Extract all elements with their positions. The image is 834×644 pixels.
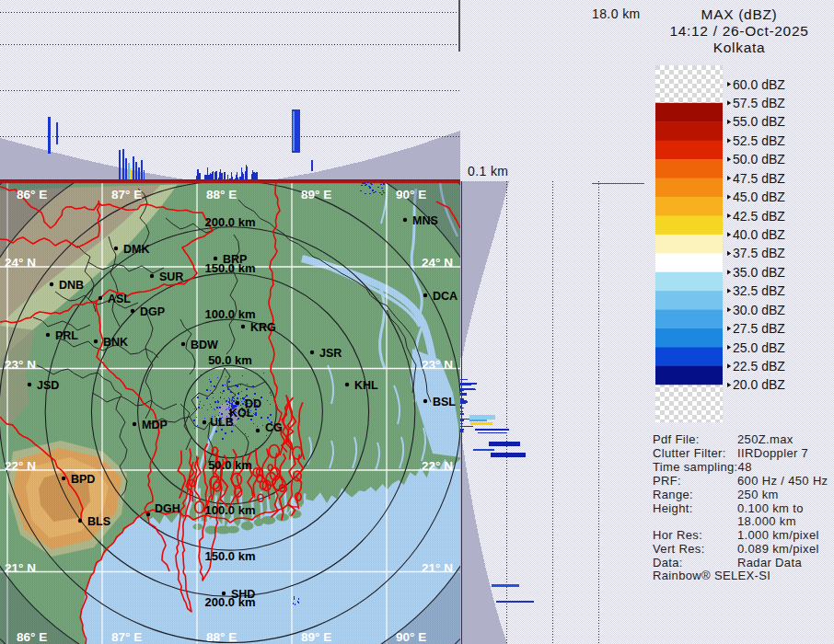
svg-text:PRL: PRL <box>55 329 78 342</box>
svg-text:50.0 km: 50.0 km <box>208 458 252 472</box>
svg-text:DMK: DMK <box>123 243 149 256</box>
svg-text:30.0 dBZ: 30.0 dBZ <box>733 303 785 317</box>
svg-text:ULB: ULB <box>210 416 234 429</box>
svg-text:BDW: BDW <box>191 339 218 351</box>
svg-text:24° N: 24° N <box>5 256 36 270</box>
svg-text:DGP: DGP <box>140 305 165 318</box>
svg-text:25.0 dBZ: 25.0 dBZ <box>733 340 785 355</box>
svg-text:BRP: BRP <box>223 253 247 266</box>
svg-text:DGH: DGH <box>155 502 180 515</box>
svg-text:52.5 dBZ: 52.5 dBZ <box>733 133 785 148</box>
svg-text:86° E: 86° E <box>17 630 47 644</box>
svg-text:21° N: 21° N <box>422 561 453 575</box>
svg-text:150.0 km: 150.0 km <box>205 549 256 563</box>
svg-text:89° E: 89° E <box>301 188 331 201</box>
svg-text:23° N: 23° N <box>422 358 453 372</box>
svg-text:BLS: BLS <box>87 515 110 528</box>
svg-text:42.5 dBZ: 42.5 dBZ <box>733 209 785 224</box>
svg-text:CG: CG <box>265 421 283 434</box>
svg-text:24° N: 24° N <box>422 256 453 270</box>
svg-text:100.0 km: 100.0 km <box>205 307 256 321</box>
svg-text:55.0 dBZ: 55.0 dBZ <box>733 114 785 129</box>
svg-text:200.0 km: 200.0 km <box>205 215 256 229</box>
svg-text:88° E: 88° E <box>206 188 237 201</box>
svg-text:KRG: KRG <box>250 321 276 334</box>
svg-text:SUR: SUR <box>159 270 183 283</box>
svg-text:DCA: DCA <box>433 290 458 303</box>
svg-text:87° E: 87° E <box>111 630 142 644</box>
svg-text:32.5 dBZ: 32.5 dBZ <box>733 283 785 298</box>
svg-text:22° N: 22° N <box>422 459 453 473</box>
svg-text:90° E: 90° E <box>396 630 426 644</box>
svg-text:60.0 dBZ: 60.0 dBZ <box>733 77 785 92</box>
svg-text:ASL: ASL <box>108 293 131 305</box>
svg-text:40.0 dBZ: 40.0 dBZ <box>733 227 785 242</box>
svg-text:45.0 dBZ: 45.0 dBZ <box>733 190 785 204</box>
svg-text:57.5 dBZ: 57.5 dBZ <box>733 96 785 110</box>
svg-text:22.5 dBZ: 22.5 dBZ <box>733 359 785 374</box>
svg-text:23° N: 23° N <box>5 358 36 372</box>
svg-text:100.0 km: 100.0 km <box>205 503 256 517</box>
svg-text:20.0 dBZ: 20.0 dBZ <box>733 377 785 392</box>
svg-text:MDP: MDP <box>142 419 168 431</box>
svg-text:22° N: 22° N <box>5 459 36 473</box>
svg-text:DNB: DNB <box>59 279 84 292</box>
svg-text:JSD: JSD <box>37 379 59 392</box>
svg-text:BNK: BNK <box>103 336 128 349</box>
svg-text:37.5 dBZ: 37.5 dBZ <box>733 246 785 260</box>
svg-text:MNS: MNS <box>412 214 438 227</box>
svg-text:KHL: KHL <box>354 379 378 392</box>
svg-text:47.5 dBZ: 47.5 dBZ <box>733 171 785 186</box>
svg-text:BPD: BPD <box>71 473 95 486</box>
svg-text:21° N: 21° N <box>5 561 36 575</box>
svg-text:BSL: BSL <box>433 396 456 408</box>
svg-text:50.0 dBZ: 50.0 dBZ <box>733 152 785 167</box>
svg-text:SHD: SHD <box>231 588 255 601</box>
svg-text:87° E: 87° E <box>111 188 142 201</box>
svg-text:86° E: 86° E <box>17 188 47 201</box>
svg-text:JSR: JSR <box>319 347 342 360</box>
svg-text:27.5 dBZ: 27.5 dBZ <box>733 321 785 336</box>
svg-text:89° E: 89° E <box>301 630 331 644</box>
svg-text:50.0 km: 50.0 km <box>208 353 252 367</box>
svg-text:90° E: 90° E <box>396 188 426 201</box>
svg-text:35.0 dBZ: 35.0 dBZ <box>733 265 785 280</box>
svg-text:88° E: 88° E <box>206 630 237 644</box>
